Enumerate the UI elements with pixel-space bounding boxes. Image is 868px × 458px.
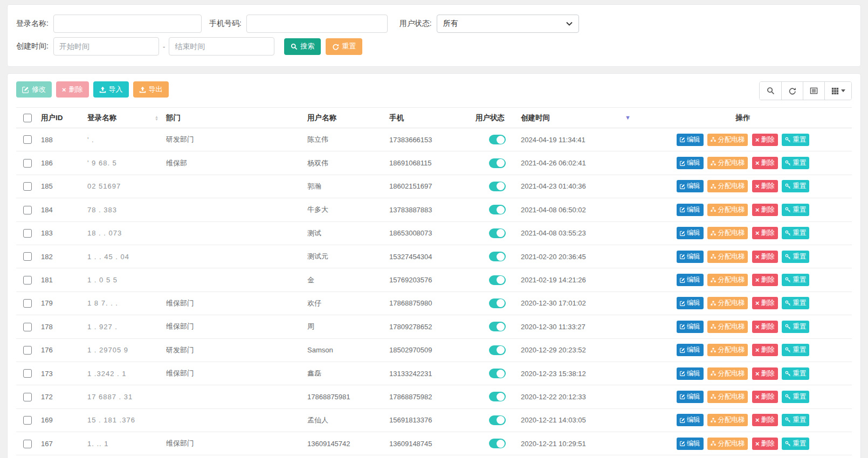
import-button[interactable]: 导入 [93,81,129,98]
reset-password-button[interactable]: 重置 [782,414,809,426]
reset-password-button[interactable]: 重置 [782,251,809,263]
row-checkbox[interactable] [23,252,32,261]
status-toggle[interactable] [489,415,506,425]
row-checkbox[interactable] [23,299,32,308]
assign-elevator-button[interactable]: 分配电梯 [707,134,748,146]
assign-elevator-button[interactable]: 分配电梯 [707,180,748,192]
edit-button[interactable]: 编辑 [677,438,704,450]
row-checkbox[interactable] [23,229,32,238]
reset-password-button[interactable]: 重置 [782,297,809,309]
edit-button[interactable]: 编辑 [677,367,704,380]
edit-button[interactable]: 编辑 [677,180,704,192]
col-header-department[interactable]: 部门 [166,108,307,128]
row-checkbox[interactable] [23,159,32,168]
col-header-login-name[interactable]: 登录名称 ▲▼ [87,108,166,128]
delete-button[interactable]: × 删除 [752,391,778,403]
status-toggle[interactable] [489,392,506,401]
assign-elevator-button[interactable]: 分配电梯 [707,438,748,450]
col-header-user-status[interactable]: 用户状态 [476,108,521,128]
reset-password-button[interactable]: 重置 [782,438,809,450]
sort-icon[interactable]: ▲▼ [155,115,159,121]
reset-password-button[interactable]: 重置 [782,204,809,216]
row-checkbox[interactable] [23,323,32,331]
status-toggle[interactable] [489,322,506,331]
reset-password-button[interactable]: 重置 [782,321,809,333]
modify-button[interactable]: 修改 [16,81,52,98]
edit-button[interactable]: 编辑 [677,321,704,333]
delete-button[interactable]: × 删除 [752,251,778,263]
assign-elevator-button[interactable]: 分配电梯 [707,157,748,169]
delete-button[interactable]: × 删除 [752,297,778,309]
row-checkbox[interactable] [23,440,32,448]
assign-elevator-button[interactable]: 分配电梯 [707,414,748,426]
export-button[interactable]: 导出 [133,81,169,98]
table-search-toggle-button[interactable] [760,82,781,100]
delete-button[interactable]: × 删除 [752,227,778,239]
status-toggle[interactable] [489,158,506,168]
delete-button[interactable]: × 删除 [752,180,778,192]
row-checkbox[interactable] [23,369,32,378]
reset-password-button[interactable]: 重置 [782,227,809,239]
edit-button[interactable]: 编辑 [677,297,704,309]
status-toggle[interactable] [489,182,506,191]
edit-button[interactable]: 编辑 [677,344,704,356]
table-refresh-button[interactable] [781,82,803,100]
row-checkbox[interactable] [23,135,32,144]
col-header-user-name[interactable]: 用户名称 [307,108,389,128]
row-checkbox[interactable] [23,393,32,401]
end-time-input[interactable] [169,37,274,55]
row-checkbox[interactable] [23,276,32,284]
status-toggle[interactable] [489,135,506,144]
edit-button[interactable]: 编辑 [677,274,704,286]
col-header-user-id[interactable]: 用户ID [41,108,87,128]
delete-selected-button[interactable]: × 删除 [56,81,89,98]
delete-button[interactable]: × 删除 [752,438,778,450]
status-toggle[interactable] [489,205,506,214]
assign-elevator-button[interactable]: 分配电梯 [707,274,748,286]
delete-button[interactable]: × 删除 [752,204,778,216]
reset-password-button[interactable]: 重置 [782,180,809,192]
assign-elevator-button[interactable]: 分配电梯 [707,321,748,333]
edit-button[interactable]: 编辑 [677,391,704,403]
assign-elevator-button[interactable]: 分配电梯 [707,204,748,216]
delete-button[interactable]: × 删除 [752,414,778,426]
assign-elevator-button[interactable]: 分配电梯 [707,297,748,309]
delete-button[interactable]: × 删除 [752,274,778,286]
assign-elevator-button[interactable]: 分配电梯 [707,367,748,380]
delete-button[interactable]: × 删除 [752,157,778,169]
status-toggle[interactable] [489,275,506,285]
start-time-input[interactable] [53,37,159,55]
search-button[interactable]: 搜索 [284,38,321,55]
assign-elevator-button[interactable]: 分配电梯 [707,227,748,239]
assign-elevator-button[interactable]: 分配电梯 [707,251,748,263]
status-toggle[interactable] [489,369,506,378]
sort-desc-icon[interactable]: ▼ [625,114,631,121]
edit-button[interactable]: 编辑 [677,204,704,216]
reset-password-button[interactable]: 重置 [782,344,809,356]
reset-password-button[interactable]: 重置 [782,391,809,403]
login-name-input[interactable] [53,15,202,33]
detail-view-button[interactable] [803,82,824,100]
status-toggle[interactable] [489,228,506,238]
col-header-created-time[interactable]: 创建时间 ▼ [521,108,636,128]
delete-button[interactable]: × 删除 [752,367,778,380]
columns-dropdown-button[interactable] [824,82,851,100]
edit-button[interactable]: 编辑 [677,227,704,239]
status-toggle[interactable] [489,252,506,261]
assign-elevator-button[interactable]: 分配电梯 [707,391,748,403]
reset-search-button[interactable]: 重置 [326,38,362,55]
row-checkbox[interactable] [23,206,32,214]
phone-input[interactable] [246,15,388,33]
reset-password-button[interactable]: 重置 [782,274,809,286]
assign-elevator-button[interactable]: 分配电梯 [707,344,748,356]
col-header-phone[interactable]: 手机 [389,108,476,128]
edit-button[interactable]: 编辑 [677,134,704,146]
edit-button[interactable]: 编辑 [677,251,704,263]
row-checkbox[interactable] [23,346,32,355]
delete-button[interactable]: × 删除 [752,321,778,333]
delete-button[interactable]: × 删除 [752,344,778,356]
row-checkbox[interactable] [23,182,32,191]
status-toggle[interactable] [489,439,506,448]
select-all-checkbox[interactable] [23,114,32,122]
edit-button[interactable]: 编辑 [677,414,704,426]
